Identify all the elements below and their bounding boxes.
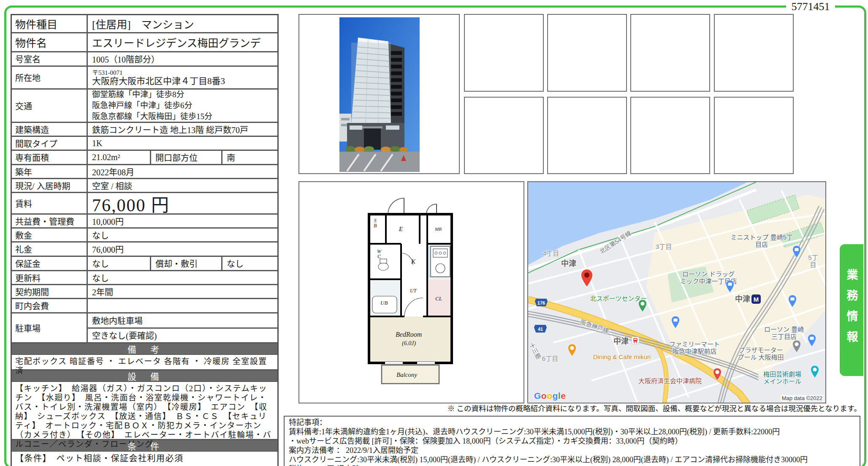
map-poi-pin-icon (788, 294, 797, 309)
remarks-text: 宅配ボックス 暗証番号 ・ エレベータ 各階有 ・ 冷暖房 全室設置済 (12, 355, 277, 371)
disclaimer-text: ※ この資料は物件の概略紹介資料になります。写真、間取図面、設備、概要などが現況… (448, 403, 861, 413)
fp-label-bedroom-size: (6.0J) (402, 340, 416, 347)
map-poi-pin-icon (807, 334, 816, 349)
row-built-year: 築年 2022年08月 (12, 165, 277, 179)
map-poi-pin-icon (713, 368, 722, 382)
map-label: ファミリーマート 阪急中津駅前店 (669, 341, 720, 355)
special-notes-box: 特記事項： 賃料備考:1年未満解約違約金1ヶ月(共込)、退去時ハウスクリーニング… (284, 416, 860, 466)
map-label: プラザモーター プール 大阪梅田 (738, 346, 784, 361)
photo-placeholder (464, 14, 544, 92)
note-line: 特記事項： (289, 418, 855, 427)
note-line: ・webサービス広告掲載 [許可]・保険：保険要加入 18,000円（システムズ… (289, 436, 855, 446)
row-neighborhood-fee: 町内会費 (12, 299, 277, 313)
photo-placeholder (547, 14, 627, 92)
map-poi-pin-icon (638, 299, 647, 314)
fp-label-shoebox: S B (374, 218, 377, 228)
equipment-text: 【キッチン】 給湯器（ガス）・ガスコンロ（2口）・システムキッチン 【水廻り】 … (12, 382, 277, 440)
transport-line: 御堂筋線「中津」徒歩8分 (92, 90, 184, 100)
property-spec-table: 物件種目 [住居用] マンション 物件名 エスリードレジデンス梅田グランデ 号室… (11, 14, 279, 466)
map-poi-pin-icon (671, 316, 680, 330)
address-text: 大阪府大阪市北区中津４丁目8番3 (92, 76, 225, 86)
fp-label-meterbox: MB (435, 226, 442, 232)
map-label: 6丁目 (542, 355, 558, 362)
route-shield-icon: 176 (535, 299, 548, 307)
row-layout-type: 間取タイプ 1K (12, 137, 277, 151)
google-logo: Google (534, 391, 566, 401)
photo-placeholder (547, 97, 627, 174)
fp-label-closet: CL (435, 295, 442, 302)
parking-availability: 空きなし(要確認) (88, 329, 277, 343)
map-label: ミニストップ 豊崎5丁目店 (729, 234, 795, 248)
map-labels-layer: 北区第54号線4丁目中津3丁目ミニストップ 豊崎5丁目店5丁目ローソン ドラッグ… (528, 182, 826, 403)
transport-line: 阪急京都線「大阪梅田」徒歩15分 (92, 111, 212, 122)
map-label: 阪急神戸線 (579, 319, 610, 335)
section-header-remarks: 備 考 (12, 343, 277, 355)
amortization-label: 償却・敷引 (150, 257, 222, 270)
transport-line: 阪急神戸線「中津」徒歩6分 (92, 100, 193, 111)
amortization-value: なし (222, 257, 277, 270)
rent-value: 76,000 円 (88, 193, 277, 213)
route-shield-icon: 41 (534, 325, 547, 333)
fp-label-kitchen: K (411, 258, 415, 265)
row-deposit: 敷金 なし (12, 229, 277, 243)
photo-placeholder (714, 14, 794, 92)
building-photo (339, 17, 420, 172)
row-address: 所在地 〒531-0071 大阪府大阪市北区中津４丁目8番3 (12, 67, 277, 90)
map-label: 北区第54号線 (598, 230, 632, 256)
fp-label-balcony: Balcony (396, 371, 417, 379)
map-label: 梅田芸術劇場 メインホール (763, 371, 801, 385)
row-status: 現況/ 入居時期 空室 / 相談 (12, 179, 277, 193)
postal-code: 〒531-0071 (92, 69, 123, 76)
map-label: Dining & Cafe mikuri (593, 353, 651, 360)
note-line: 税抜 15,000円(退去時) (289, 464, 855, 466)
fp-label-toilet: W C (377, 249, 381, 259)
photo-placeholder (630, 97, 710, 174)
conditions-text: 【条件】 ペット相談・保証会社利用必須 (12, 452, 277, 466)
note-line: 案内方法備考 ： 2022/9/1入居開始予定 (289, 446, 855, 455)
map-label: 十三筋 (528, 341, 542, 360)
metro-station-icon: M (751, 294, 761, 304)
photo-placeholder (464, 97, 544, 174)
map-copyright: Map data ©2022 (781, 395, 824, 401)
row-key-money: 礼金 76,000円 (12, 243, 277, 257)
photo-placeholder (714, 97, 794, 174)
map-label: 中津 (735, 296, 750, 303)
map-label: 大阪府済生会中津病院 (638, 377, 702, 384)
map-poi-pin-icon (810, 365, 819, 380)
facing-value: 南 (222, 151, 277, 164)
row-transport: 交通 御堂筋線「中津」徒歩8分 阪急神戸線「中津」徒歩6分 阪急京都線「大阪梅田… (12, 90, 277, 123)
photo-placeholder (630, 14, 710, 92)
fp-label-entrance: E (399, 226, 403, 233)
guarantee-value: なし (88, 257, 150, 270)
note-line: 賃料備考:1年未満解約違約金1ヶ月(共込)、退去時ハウスクリーニング:30平米未… (289, 427, 855, 436)
map-label: 中津 (561, 260, 576, 267)
map-label: 5丁目 (806, 254, 820, 268)
map-poi-pin-icon (725, 280, 735, 294)
map-label: 中津 (613, 338, 629, 345)
facing-label: 開口部方位 (150, 151, 222, 164)
map-label: 3丁目 (656, 243, 672, 250)
map-label: 4丁目 (543, 250, 559, 257)
row-floor-area: 専有面積 21.02m² 開口部方位 南 (12, 151, 277, 165)
section-header-equipment: 設 備 (12, 371, 277, 382)
row-room-number: 号室名 1005（10階部分） (12, 52, 277, 67)
fp-label-bedroom: BedRoom (396, 331, 422, 338)
train-station-icon (632, 337, 639, 346)
row-property-type: 物件種目 [住居用] マンション (12, 15, 277, 33)
map-poi-pin-icon (567, 343, 577, 358)
row-rent: 賃料 76,000 円 (12, 193, 277, 215)
floorplan-drawing (364, 190, 457, 401)
note-line: ハウスクリーニング:30平米未満(税別) 15,000円(退去時) / ハウスク… (289, 455, 855, 464)
map-label: ローソン 豊崎三丁目店 (762, 326, 806, 340)
floor-area-value: 21.02m² (88, 151, 150, 164)
parking-type: 敷地内駐車場 (88, 313, 277, 329)
map-poi-pin-icon (792, 245, 801, 260)
business-info-tab[interactable]: 業務情報 (840, 244, 863, 376)
row-parking: 駐車場 敷地内駐車場 空きなし(要確認) (12, 313, 277, 343)
row-structure: 建築構造 鉄筋コンクリート造 地上13階 総戸数70戸 (12, 123, 277, 137)
property-flyer-page: 5771451 業務情報 物件種目 [住居用] マンション 物件名 エスリードレ… (0, 0, 868, 466)
row-management-fee: 共益費・管理費 10,000円 (12, 215, 277, 229)
floorplan-box: S B E MB W C K UT UB CL BedRoom (6.0J) B… (298, 181, 524, 403)
fp-label-utility: UT (410, 288, 416, 294)
row-guarantee: 保証金 なし 償却・敷引 なし (12, 257, 277, 271)
